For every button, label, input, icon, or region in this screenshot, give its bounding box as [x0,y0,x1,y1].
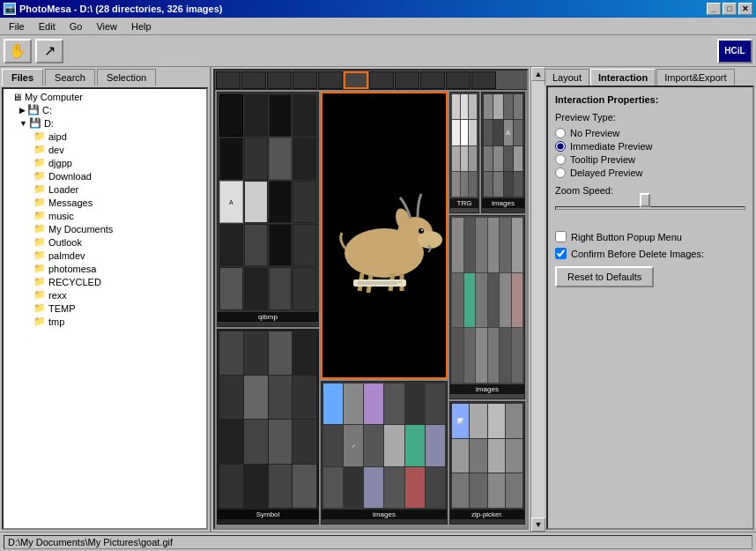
left-tab-bar: Files Search Selection [0,67,210,86]
folder-cell-images-large[interactable]: images [449,215,525,399]
preview-type-label: Preview Type: [555,112,745,123]
folder-cell-images-center[interactable]: ✓ images [321,381,448,525]
tree-item-recycled[interactable]: 📁 RECYCLED [5,275,204,288]
checkbox-confirm-delete[interactable] [555,248,567,259]
folder-cell-trg[interactable]: TRG [449,92,479,213]
scroll-up-button[interactable]: ▲ [531,67,545,81]
folder-mydocs-icon: 📁 [33,223,46,235]
scroll-track[interactable] [531,81,545,517]
folder-recycled-icon: 📁 [33,276,46,287]
tree-item-tmp[interactable]: 📁 tmp [5,315,204,328]
tab-selection[interactable]: Selection [97,69,156,86]
folder-dev-icon: 📁 [33,144,46,155]
expand-icon-c[interactable]: ▶ [19,106,26,115]
center-panel: A qibmp [211,67,545,532]
tree-item-outlook[interactable]: 📁 Outlook [5,235,204,249]
tree-item-download[interactable]: 📁 Download [5,169,204,182]
confirm-delete-row: Confirm Before Delete Images: [555,248,745,259]
expand-icon-d[interactable]: ▼ [19,119,27,128]
menu-edit[interactable]: Edit [33,19,61,34]
props-tab-bar: Layout Interaction Import&Export [545,67,756,86]
radio-no-preview[interactable] [555,128,566,138]
tree-item-music[interactable]: 📁 music [5,209,204,222]
interaction-properties-title: Interaction Properties: [555,94,745,105]
folder-loader-icon: 📁 [33,183,46,195]
folder-cell-qibmp[interactable]: A qibmp [217,92,319,327]
folder-cell-images-right[interactable]: A images [481,92,525,213]
strip-thumb-9[interactable] [420,71,445,89]
drive-d-icon: 💾 [29,117,41,129]
app-icon: 📷 [4,3,16,15]
radio-tooltip-preview[interactable] [555,154,566,165]
top-strip [215,71,527,90]
scroll-down-button[interactable]: ▼ [531,517,545,532]
strip-thumb-11[interactable] [471,71,496,89]
svg-rect-10 [353,279,406,287]
radio-delayed-preview[interactable] [555,168,566,178]
strip-thumb-8[interactable] [395,71,419,89]
radio-immediate-preview[interactable] [555,141,566,152]
checkbox-right-button-popup[interactable] [555,231,567,242]
menu-view[interactable]: View [91,19,122,34]
folder-cell-symbol[interactable]: Symbol [217,329,319,525]
tree-item-palmdev[interactable]: 📁 palmdev [5,249,204,262]
tree-item-rexx[interactable]: 📁 rexx [5,288,204,302]
menu-help[interactable]: Help [126,19,157,34]
tab-search[interactable]: Search [45,69,95,86]
tree-item-mydocs[interactable]: 📁 My Documents [5,222,204,235]
strip-thumb-7[interactable] [369,71,394,89]
tree-item-mycomputer[interactable]: 🖥 My Computer [5,91,204,103]
main-area: Files Search Selection 🖥 My Computer ▶ 💾… [0,67,756,532]
strip-thumb-1[interactable] [216,71,241,89]
tree-item-loader[interactable]: 📁 Loader [5,182,204,196]
close-button[interactable]: ✕ [738,3,752,15]
folder-label-symbol: Symbol [218,510,318,519]
strip-thumb-4[interactable] [293,71,317,89]
folder-aipd-icon: 📁 [33,130,46,142]
zoom-speed-section: Zoom Speed: [555,185,745,217]
folder-label-images-center: images [322,510,447,519]
zoom-slider-thumb[interactable] [640,193,650,207]
tree-item-c[interactable]: ▶ 💾 C: [5,103,204,116]
menu-go[interactable]: Go [64,19,88,34]
mosaic-view[interactable]: A qibmp [213,69,529,530]
maximize-button[interactable]: □ [723,3,737,15]
hcil-logo: HCiL [717,39,752,63]
folder-palmdev-icon: 📁 [33,249,46,261]
props-content: Interaction Properties: Preview Type: No… [546,86,754,530]
hand-icon: ✋ [9,42,26,59]
tab-interaction[interactable]: Interaction [590,69,656,86]
strip-thumb-5[interactable] [318,71,343,89]
pointer-tool-button[interactable]: ↗ [35,39,63,63]
menu-file[interactable]: File [4,19,30,34]
minimize-button[interactable]: _ [707,3,721,15]
reset-to-defaults-button[interactable]: Reset to Defaults [555,266,654,287]
tab-layout[interactable]: Layout [545,69,589,86]
strip-thumb-10[interactable] [446,71,471,89]
folder-rexx-icon: 📁 [33,289,46,301]
folder-temp-icon: 📁 [33,302,46,314]
strip-thumb-selected[interactable] [344,71,368,89]
folder-cell-zippicker[interactable]: 📊 zip-picker. [449,401,525,525]
tree-item-aipd[interactable]: 📁 aipd [5,130,204,143]
radio-row-immediate: Immediate Preview [555,141,745,152]
strip-thumb-3[interactable] [267,71,292,89]
strip-thumb-2[interactable] [241,71,266,89]
tree-item-djgpp[interactable]: 📁 djgpp [5,156,204,169]
tree-item-d[interactable]: ▼ 💾 D: [5,116,204,130]
folder-cell-goat[interactable] [321,92,448,379]
folder-djgpp-icon: 📁 [33,157,46,168]
label-right-button-popup: Right Button Popup Menu [571,232,682,242]
hand-tool-button[interactable]: ✋ [4,39,32,63]
tree-item-temp[interactable]: 📁 TEMP [5,302,204,315]
folder-label-trg: TRG [450,198,478,208]
tree-item-dev[interactable]: 📁 dev [5,143,204,156]
tree-item-messages[interactable]: 📁 Messages [5,196,204,209]
tab-import-export[interactable]: Import&Export [656,69,734,86]
tab-files[interactable]: Files [2,69,43,86]
file-tree: 🖥 My Computer ▶ 💾 C: ▼ 💾 D: 📁 aipd [2,87,208,530]
tree-item-photomesa[interactable]: 📁 photomesa [5,262,204,275]
zoom-slider-track[interactable] [555,199,745,217]
radio-row-delayed: Delayed Preview [555,168,745,178]
svg-point-5 [421,229,423,231]
